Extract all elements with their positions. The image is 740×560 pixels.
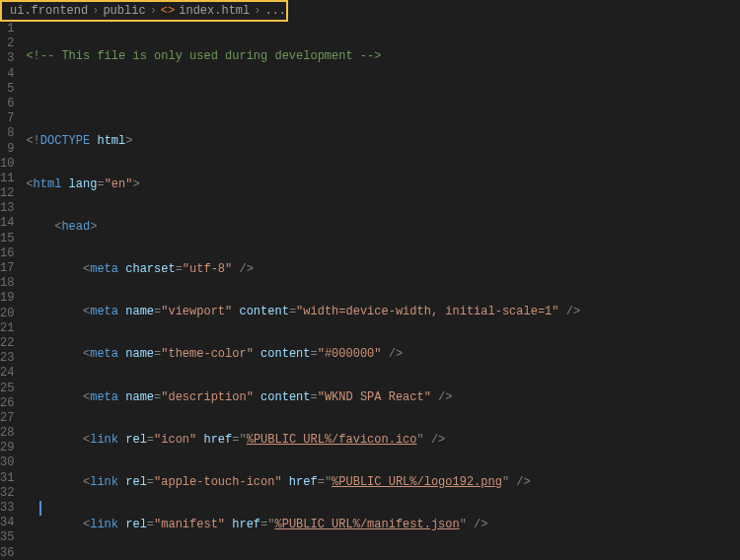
breadcrumb-seg-1[interactable]: ui.frontend bbox=[10, 4, 88, 18]
line-number: 14 bbox=[0, 216, 14, 231]
line-number: 32 bbox=[0, 486, 14, 501]
line-number: 19 bbox=[0, 291, 14, 306]
line-number: 30 bbox=[0, 455, 14, 470]
line-number: 3 bbox=[0, 51, 14, 66]
html-file-icon: <> bbox=[161, 4, 175, 18]
line-number: 22 bbox=[0, 336, 14, 351]
code-line bbox=[26, 92, 740, 106]
line-number: 5 bbox=[0, 82, 14, 97]
breadcrumb-seg-3[interactable]: index.html bbox=[179, 4, 250, 18]
code-line: <link rel="manifest" href="%PUBLIC_URL%/… bbox=[26, 518, 740, 532]
line-number: 13 bbox=[0, 201, 14, 216]
chevron-right-icon: › bbox=[92, 4, 99, 18]
line-number: 24 bbox=[0, 366, 14, 381]
chevron-right-icon: › bbox=[254, 4, 260, 18]
code-line: <link rel="icon" href="%PUBLIC_URL%/favi… bbox=[26, 433, 740, 448]
line-number: 16 bbox=[0, 246, 14, 261]
code-line: <meta name="viewport" content="width=dev… bbox=[26, 305, 740, 319]
line-number: 34 bbox=[0, 516, 14, 530]
code-line: <meta charset="utf-8" /> bbox=[26, 262, 740, 277]
code-line: <link rel="apple-touch-icon" href="%PUBL… bbox=[26, 475, 740, 490]
chevron-right-icon: › bbox=[150, 4, 157, 18]
line-number: 23 bbox=[0, 351, 14, 366]
line-number: 31 bbox=[0, 471, 14, 486]
line-number: 28 bbox=[0, 426, 14, 441]
line-number: 8 bbox=[0, 126, 14, 141]
code-line: <head> bbox=[26, 220, 740, 235]
line-number: 10 bbox=[0, 157, 14, 172]
line-number: 20 bbox=[0, 307, 14, 321]
line-number: 11 bbox=[0, 172, 14, 186]
line-number: 21 bbox=[0, 321, 14, 336]
line-number: 9 bbox=[0, 142, 14, 157]
code-editor[interactable]: 1 2 3 4 5 6 7 8 9 10 11 12 13 14 15 16 1… bbox=[0, 22, 740, 560]
line-number: 7 bbox=[0, 111, 14, 126]
line-number: 6 bbox=[0, 97, 14, 111]
code-line: <meta name="description" content="WKND S… bbox=[26, 390, 740, 405]
breadcrumb-seg-2[interactable]: public bbox=[103, 4, 145, 18]
line-number: 15 bbox=[0, 232, 14, 246]
code-line: <meta name="theme-color" content="#00000… bbox=[26, 347, 740, 362]
line-number: 4 bbox=[0, 67, 14, 82]
line-number: 18 bbox=[0, 276, 14, 291]
line-number-gutter: 1 2 3 4 5 6 7 8 9 10 11 12 13 14 15 16 1… bbox=[0, 22, 26, 560]
code-content[interactable]: <!-- This file is only used during devel… bbox=[26, 22, 740, 560]
code-line: <!DOCTYPE html> bbox=[26, 134, 740, 149]
cursor-indicator bbox=[39, 501, 41, 516]
line-number: 33 bbox=[0, 501, 14, 516]
line-number: 36 bbox=[0, 546, 14, 560]
breadcrumb[interactable]: ui.frontend › public › <> index.html › .… bbox=[0, 0, 288, 22]
line-number: 35 bbox=[0, 530, 14, 545]
line-number: 29 bbox=[0, 441, 14, 455]
breadcrumb-seg-4[interactable]: ... bbox=[264, 4, 286, 18]
code-line: <!-- This file is only used during devel… bbox=[26, 49, 740, 64]
line-number: 26 bbox=[0, 396, 14, 411]
code-line: <html lang="en"> bbox=[26, 177, 740, 192]
line-number: 17 bbox=[0, 261, 14, 276]
line-number: 1 bbox=[0, 22, 14, 36]
line-number: 12 bbox=[0, 186, 14, 201]
line-number: 27 bbox=[0, 411, 14, 426]
line-number: 25 bbox=[0, 382, 14, 396]
line-number: 2 bbox=[0, 36, 14, 51]
